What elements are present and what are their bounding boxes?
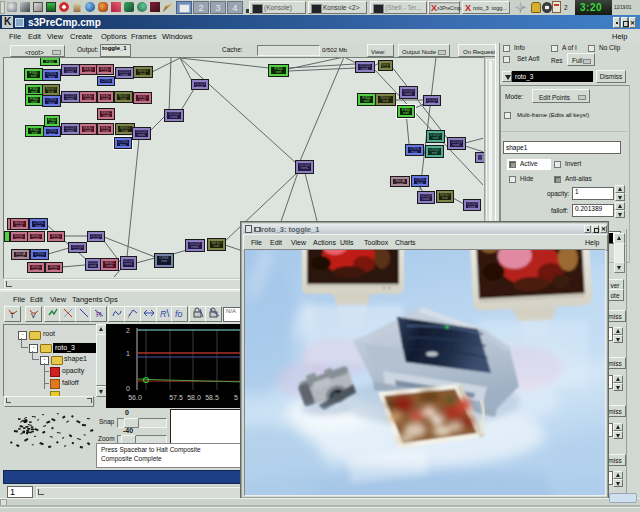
- svg-text:fo: fo: [175, 309, 183, 319]
- svg-text:56.0: 56.0: [128, 394, 142, 401]
- svg-text:R: R: [96, 310, 102, 319]
- svg-text:2: 2: [126, 327, 130, 334]
- svg-text:R: R: [160, 309, 167, 319]
- svg-text:0: 0: [126, 385, 130, 392]
- svg-text:5: 5: [234, 394, 238, 401]
- svg-text:1: 1: [126, 350, 130, 357]
- svg-text:57.5: 57.5: [169, 394, 183, 401]
- svg-text:T: T: [10, 312, 15, 319]
- svg-text:58.0: 58.0: [187, 394, 201, 401]
- svg-text:V: V: [31, 312, 36, 319]
- svg-text:58.5: 58.5: [205, 394, 219, 401]
- svg-text:/: /: [128, 313, 130, 319]
